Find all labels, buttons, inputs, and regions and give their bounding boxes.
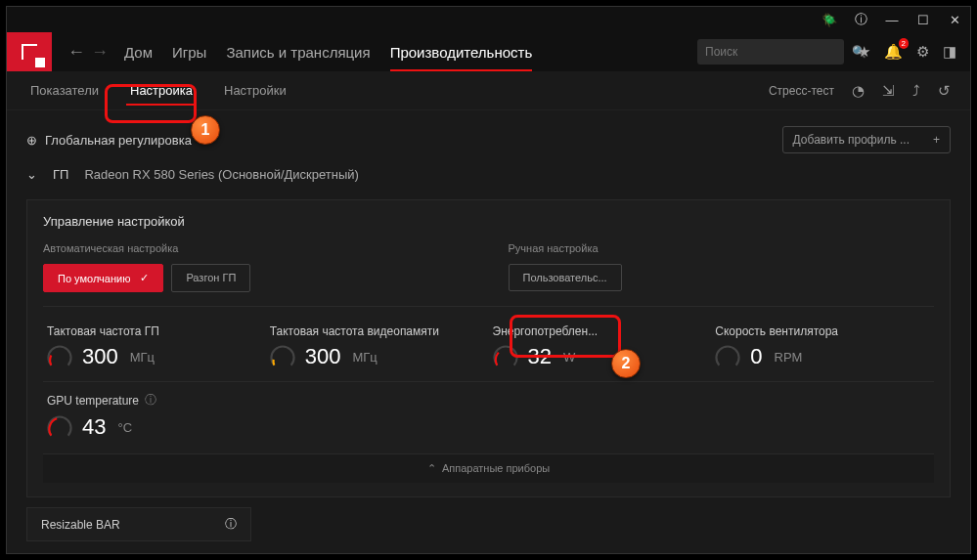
help-icon[interactable]: ⓘ	[853, 11, 868, 28]
check-icon: ✓	[140, 272, 149, 284]
tab-games[interactable]: Игры	[172, 34, 206, 70]
gpu-selector[interactable]: ⌄ ГП Radeon RX 580 Series (Основной/Диск…	[26, 167, 951, 182]
import-icon[interactable]: ⇲	[882, 82, 895, 100]
amd-logo	[7, 32, 52, 71]
mem-clock-unit: МГц	[352, 350, 377, 365]
globe-icon: ⊕	[26, 133, 37, 148]
minimize-button[interactable]: —	[884, 13, 900, 27]
stress-test-label: Стресс-тест	[769, 84, 834, 98]
header: ← → Дом Игры Запись и трансляция Произво…	[7, 32, 970, 71]
auto-config: Автоматическая настройка По умолчанию ✓ …	[43, 242, 469, 292]
resizable-bar-row[interactable]: Resizable BAR ⓘ	[26, 507, 251, 541]
search-box[interactable]: 🔍	[697, 39, 844, 65]
metric-mem-clock: Тактовая частота видеопамяти 300 МГц	[266, 317, 489, 377]
help-icon: ⓘ	[225, 516, 237, 533]
mem-clock-value: 300	[305, 344, 341, 369]
app-window: 🪲 ⓘ — ☐ ✕ ← → Дом Игры Запись и трансляц…	[6, 6, 971, 554]
power-unit: W	[563, 350, 575, 365]
fan-label: Скорость вентилятора	[715, 324, 930, 338]
hw-label: Аппаратные приборы	[442, 462, 550, 474]
auto-label: Автоматическая настройка	[43, 242, 469, 254]
titlebar: 🪲 ⓘ — ☐ ✕	[7, 7, 970, 32]
plus-icon: +	[933, 133, 940, 147]
add-profile-button[interactable]: Добавить профиль ... +	[782, 126, 951, 153]
mem-clock-label: Тактовая частота видеопамяти	[270, 324, 485, 338]
fan-unit: RPM	[775, 350, 803, 365]
metrics-row: Тактовая частота ГП 300 МГц Тактовая час…	[43, 317, 934, 377]
gear-icon[interactable]: ⚙	[916, 43, 929, 61]
gpu-short: ГП	[53, 167, 68, 182]
gpu-clock-value: 300	[82, 344, 118, 369]
tab-performance[interactable]: Производительность	[390, 34, 533, 70]
search-input[interactable]	[705, 45, 852, 59]
content: ⊕ Глобальная регулировка ⌄ Добавить проф…	[7, 110, 970, 557]
tuning-panel: Управление настройкой Автоматическая нас…	[26, 199, 951, 497]
gpu-name: Radeon RX 580 Series (Основной/Дискретны…	[84, 167, 358, 182]
metric-temp: GPU temperature ⓘ 43 °C	[43, 381, 934, 450]
gauge-icon	[715, 344, 740, 369]
reset-icon[interactable]: ↺	[938, 82, 951, 100]
gauge-icon	[270, 344, 295, 369]
gpu-clock-label: Тактовая частота ГП	[47, 324, 262, 338]
temp-label: GPU temperature	[47, 394, 139, 408]
tuning-header: ⊕ Глобальная регулировка ⌄ Добавить проф…	[26, 126, 951, 153]
gpu-clock-unit: МГц	[130, 350, 155, 365]
annotation-callout-2: 2	[611, 349, 641, 378]
tab-record[interactable]: Запись и трансляция	[226, 34, 370, 70]
nav-tabs: Дом Игры Запись и трансляция Производите…	[124, 34, 697, 70]
notif-badge: 2	[899, 38, 909, 49]
subbar-actions: Стресс-тест ◔ ⇲ ⤴ ↺	[769, 82, 951, 100]
temp-unit: °C	[117, 420, 132, 435]
star-icon[interactable]: ★	[858, 43, 870, 61]
annotation-callout-1: 1	[191, 115, 220, 145]
dock-icon[interactable]: ◨	[943, 43, 956, 61]
temp-value: 43	[82, 414, 106, 440]
global-tuning[interactable]: ⊕ Глобальная регулировка ⌄	[26, 133, 210, 148]
chevron-down-icon: ⌄	[26, 167, 37, 182]
custom-button[interactable]: Пользовательс...	[509, 264, 622, 291]
chevron-up-icon: ⌃	[427, 462, 436, 474]
resizable-bar-label: Resizable BAR	[41, 518, 120, 532]
maximize-button[interactable]: ☐	[915, 13, 931, 27]
gauge-icon	[47, 414, 72, 440]
subtab-tuning[interactable]: Настройка	[126, 73, 197, 108]
global-tuning-label: Глобальная регулировка	[45, 133, 192, 148]
manual-label: Ручная настройка	[509, 242, 935, 254]
metric-fan: Скорость вентилятора 0 RPM	[711, 317, 934, 377]
default-label: По умолчанию	[58, 273, 130, 284]
bug-icon[interactable]: 🪲	[822, 13, 837, 27]
default-button[interactable]: По умолчанию ✓	[43, 264, 163, 292]
nav-arrows: ← →	[67, 42, 109, 63]
power-value: 32	[528, 344, 552, 369]
bell-icon[interactable]: 🔔2	[884, 43, 903, 61]
back-button[interactable]: ←	[67, 42, 85, 63]
subtabs: Показатели Настройка Настройки	[26, 73, 290, 108]
header-right: 🔍 ★ 🔔2 ⚙ ◨	[697, 39, 970, 65]
gauge-icon	[47, 344, 72, 369]
power-label: Энергопотреблен...	[493, 324, 708, 338]
metric-power: Энергопотреблен... 32 W	[489, 317, 712, 377]
add-profile-label: Добавить профиль ...	[793, 133, 910, 147]
subtab-settings[interactable]: Настройки	[220, 73, 290, 108]
close-button[interactable]: ✕	[947, 13, 962, 27]
subtab-metrics[interactable]: Показатели	[26, 73, 103, 108]
speedometer-icon[interactable]: ◔	[852, 82, 865, 100]
overclock-button[interactable]: Разгон ГП	[171, 264, 250, 292]
manual-config: Ручная настройка Пользовательс...	[509, 242, 935, 292]
tab-home[interactable]: Дом	[124, 34, 153, 70]
export-icon[interactable]: ⤴	[912, 82, 920, 99]
help-icon[interactable]: ⓘ	[145, 392, 156, 409]
hw-instruments-toggle[interactable]: ⌃ Аппаратные приборы	[43, 453, 934, 483]
metric-gpu-clock: Тактовая частота ГП 300 МГц	[43, 317, 266, 377]
forward-button[interactable]: →	[91, 42, 109, 63]
panel-title: Управление настройкой	[43, 214, 934, 229]
gauge-icon	[493, 344, 518, 369]
subbar: Показатели Настройка Настройки Стресс-те…	[7, 71, 970, 110]
fan-value: 0	[750, 344, 762, 369]
config-row: Автоматическая настройка По умолчанию ✓ …	[43, 242, 934, 307]
